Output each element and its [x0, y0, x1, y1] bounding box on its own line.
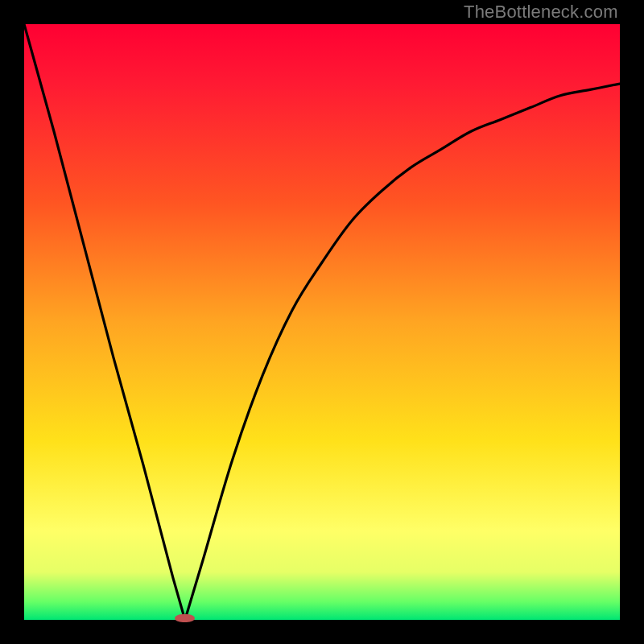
- plot-area: [24, 24, 620, 620]
- attribution-text: TheBottleneck.com: [464, 2, 618, 23]
- notch-marker: [175, 614, 195, 622]
- chart-frame: TheBottleneck.com: [0, 0, 644, 644]
- bottleneck-curve: [24, 24, 620, 620]
